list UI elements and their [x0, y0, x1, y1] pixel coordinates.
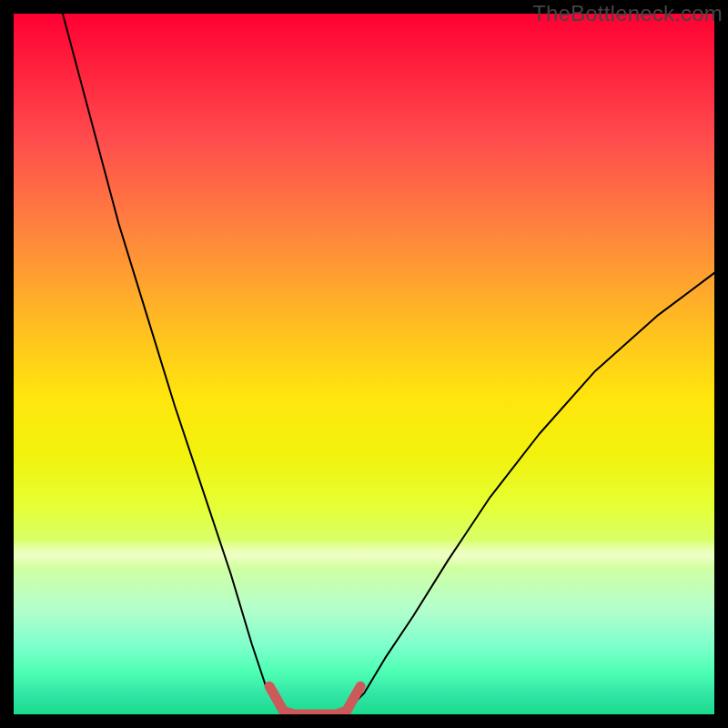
highlight-u-segment: [269, 686, 360, 714]
plot-area: [14, 14, 714, 714]
bottleneck-curve: [63, 14, 714, 714]
curve-layer: [14, 14, 714, 714]
chart-frame: TheBottleneck.com: [0, 0, 728, 728]
watermark-text: TheBottleneck.com: [532, 1, 723, 26]
